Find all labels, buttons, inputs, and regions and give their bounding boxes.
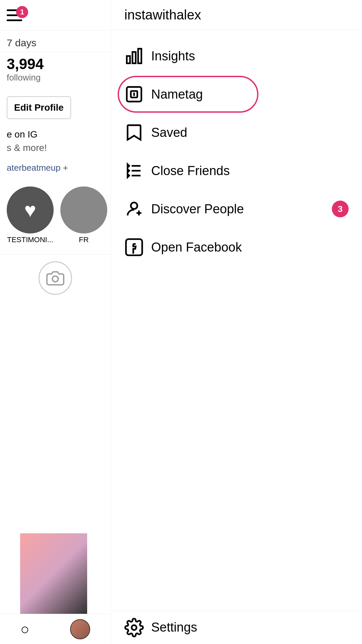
menu-header: instawithalex [111,0,362,30]
svg-point-0 [52,276,58,282]
hamburger-menu[interactable]: 1 [7,9,22,21]
settings-row[interactable]: Settings [111,610,362,644]
profile-avatar-nav[interactable] [70,619,90,639]
bio-line-1: e on IG [7,129,104,140]
insights-label: Insights [151,49,349,63]
svg-marker-12 [128,169,129,172]
settings-label: Settings [151,620,197,635]
bookmark-icon [124,123,151,142]
camera-icon-wrap [39,261,72,295]
svg-point-14 [131,203,137,209]
stories-row: ♥ TESTIMONI... FR [0,176,111,254]
menu-list: Insights Nametag Saved [111,30,362,273]
discover-people-badge: 3 [332,201,349,217]
story-item-1[interactable]: ♥ TESTIMONI... [7,186,54,244]
facebook-icon [124,237,151,257]
saved-label: Saved [151,125,349,140]
tagged-line[interactable]: aterbeatmeup + [0,159,111,176]
left-top-bar: 1 [0,0,111,30]
menu-username: instawithalex [124,7,201,22]
edit-profile-button[interactable]: Edit Profile [7,96,71,119]
settings-gear-icon [124,618,151,637]
menu-item-nametag[interactable]: Nametag [111,75,362,113]
nametag-label: Nametag [151,87,349,102]
stats-row: 3,994 following [0,52,111,90]
svg-point-18 [132,625,137,630]
left-panel: 1 7 days 3,994 following Edit Profile e … [0,0,111,644]
menu-item-open-facebook[interactable]: Open Facebook [111,228,362,266]
bar-chart-icon [124,46,151,66]
menu-item-insights[interactable]: Insights [111,37,362,75]
following-count: 3,994 [7,56,104,72]
story-bubble-2 [60,186,107,233]
following-label: following [7,72,104,83]
nametag-icon [124,85,151,104]
menu-item-saved[interactable]: Saved [111,113,362,152]
heart-icon: ♥ [24,199,36,222]
menu-item-close-friends[interactable]: Close Friends [111,152,362,190]
svg-marker-11 [128,164,129,168]
open-facebook-label: Open Facebook [151,240,349,255]
search-nav-icon[interactable]: ○ [20,621,29,638]
svg-rect-3 [138,49,141,63]
add-person-icon [124,199,151,219]
left-bottom-nav: ○ [0,614,111,644]
discover-people-label: Discover People [151,202,332,216]
notification-badge: 1 [16,6,28,18]
camera-icon [45,268,65,288]
svg-rect-1 [127,56,130,63]
story-label-2: FR [79,235,88,244]
svg-rect-2 [132,52,136,63]
bio-line-2: s & more! [7,143,104,153]
story-label-1: TESTIMONI... [7,235,53,244]
svg-marker-13 [128,174,129,177]
close-friends-label: Close Friends [151,164,349,178]
days-label: 7 days [0,31,111,52]
bio-section: e on IG s & more! [0,126,111,159]
post-thumbnail[interactable] [20,533,87,614]
story-item-2[interactable]: FR [60,186,107,244]
menu-item-discover-people[interactable]: Discover People 3 [111,190,362,228]
close-friends-icon [124,161,151,180]
story-bubble-1: ♥ [7,186,54,233]
right-panel: instawithalex Insights [111,0,362,644]
